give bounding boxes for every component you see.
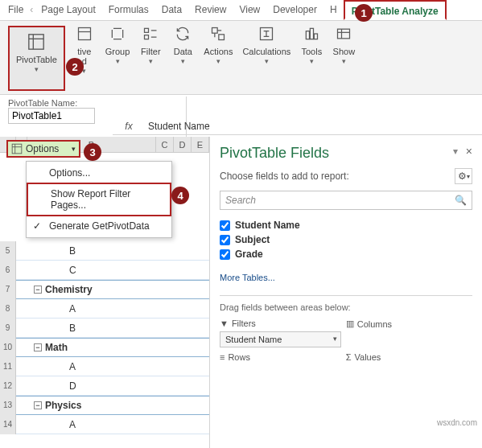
actions-icon bbox=[207, 23, 229, 45]
chevron-down-icon: ▾ bbox=[310, 57, 314, 65]
columns-area[interactable]: ▥Columns bbox=[346, 319, 468, 347]
data-group[interactable]: Data ▾ bbox=[167, 23, 199, 94]
table-row[interactable]: 11A bbox=[0, 357, 209, 376]
menu-item-show-report-filter-pages[interactable]: Show Report Filter Pages... bbox=[27, 183, 171, 216]
chevron-down-icon: ▾ bbox=[72, 145, 76, 153]
search-input[interactable]: Search 🔍 bbox=[220, 191, 472, 210]
collapse-icon[interactable]: − bbox=[34, 286, 42, 294]
actions-label: Actions bbox=[204, 47, 233, 56]
collapse-icon[interactable]: − bbox=[34, 401, 42, 409]
gear-icon[interactable]: ⚙▾ bbox=[455, 168, 472, 184]
data-label: Data bbox=[174, 47, 192, 56]
pivottable-fields-pane: PivotTable Fields ▾ × Choose fields to a… bbox=[209, 137, 482, 448]
fx-icon[interactable]: fx bbox=[113, 121, 145, 132]
group-row-chemistry[interactable]: 7−Chemistry bbox=[0, 280, 209, 299]
more-tables-link[interactable]: More Tables... bbox=[220, 269, 472, 289]
tab-data[interactable]: Data bbox=[155, 0, 188, 20]
watermark: wsxdn.com bbox=[437, 418, 477, 427]
chevron-down-icon: ▾ bbox=[149, 57, 153, 65]
group-row-math[interactable]: 10−Math bbox=[0, 338, 209, 357]
tab-view[interactable]: View bbox=[233, 0, 266, 20]
actions-group[interactable]: Actions ▾ bbox=[199, 23, 237, 94]
svg-rect-10 bbox=[307, 31, 310, 39]
tab-page-layout[interactable]: Page Layout bbox=[35, 0, 101, 20]
show-group[interactable]: Show ▾ bbox=[328, 23, 360, 94]
options-context-menu: Options... Show Report Filter Pages... ✓… bbox=[26, 161, 172, 238]
rows-area[interactable]: ≡Rows bbox=[220, 352, 341, 365]
menu-item-options[interactable]: Options... bbox=[27, 163, 171, 183]
field-checkbox-grade[interactable]: Grade bbox=[220, 249, 472, 260]
svg-rect-7 bbox=[212, 28, 218, 34]
tab-file[interactable]: File bbox=[2, 0, 30, 20]
svg-rect-16 bbox=[12, 144, 22, 154]
group-row-physics[interactable]: 13−Physics bbox=[0, 396, 209, 415]
filters-area[interactable]: ▼Filters Student Name▾ bbox=[220, 319, 341, 347]
rows-icon: ≡ bbox=[220, 352, 225, 362]
menu-item-label: Generate GetPivotData bbox=[49, 220, 150, 232]
table-row[interactable]: 14A bbox=[0, 415, 209, 434]
chevron-down-icon: ▾ bbox=[216, 57, 220, 65]
tab-help-truncated[interactable]: H bbox=[323, 0, 344, 20]
formula-bar-value[interactable]: Student Name bbox=[145, 121, 210, 132]
filter-icon bbox=[139, 23, 162, 45]
tab-review[interactable]: Review bbox=[188, 0, 233, 20]
chevron-down-icon[interactable]: ▾ bbox=[453, 146, 458, 157]
table-row[interactable]: 6C bbox=[0, 261, 209, 280]
field-checkbox-student-name[interactable]: Student Name bbox=[220, 220, 472, 231]
filter-icon: ▼ bbox=[220, 319, 229, 328]
svg-rect-13 bbox=[338, 29, 350, 39]
tab-formulas[interactable]: Formulas bbox=[102, 0, 155, 20]
columns-icon: ▥ bbox=[346, 319, 354, 329]
pane-title: PivotTable Fields bbox=[220, 145, 329, 162]
calculations-label: Calculations bbox=[242, 47, 290, 56]
pivottable-name-input[interactable] bbox=[8, 108, 95, 124]
tools-group[interactable]: Tools ▾ bbox=[295, 23, 328, 94]
chevron-down-icon: ▾ bbox=[116, 57, 120, 65]
calculations-icon bbox=[255, 23, 278, 45]
svg-rect-6 bbox=[145, 35, 149, 39]
chevron-down-icon: ▾ bbox=[265, 57, 269, 65]
step-badge-1: 1 bbox=[355, 4, 373, 22]
values-icon: Σ bbox=[346, 352, 352, 362]
filter-pill-student-name[interactable]: Student Name▾ bbox=[220, 331, 341, 347]
refresh-icon bbox=[171, 23, 194, 45]
choose-fields-label: Choose fields to add to report: bbox=[220, 171, 349, 182]
table-row[interactable]: 5B bbox=[0, 241, 209, 261]
options-icon bbox=[11, 143, 23, 154]
menu-item-generate-getpivotdata[interactable]: ✓ Generate GetPivotData bbox=[27, 216, 171, 236]
close-icon[interactable]: × bbox=[466, 145, 472, 158]
chevron-down-icon[interactable]: ▾ bbox=[333, 335, 337, 343]
table-row[interactable]: 8A bbox=[0, 299, 209, 319]
options-button-label: Options bbox=[26, 143, 59, 154]
calculations-group[interactable]: Calculations ▾ bbox=[237, 23, 295, 94]
col-header-e[interactable]: E bbox=[192, 137, 209, 152]
active-field-icon bbox=[73, 23, 96, 45]
collapse-icon[interactable]: − bbox=[34, 343, 42, 351]
tab-developer[interactable]: Developer bbox=[266, 0, 323, 20]
table-row[interactable]: 9B bbox=[0, 319, 209, 338]
check-icon: ✓ bbox=[33, 220, 41, 232]
show-icon bbox=[332, 23, 355, 45]
group-group[interactable]: Group ▾ bbox=[101, 23, 135, 94]
values-area[interactable]: ΣValues bbox=[346, 352, 468, 365]
show-label: Show bbox=[333, 47, 356, 56]
pivottable-label: PivotTable bbox=[16, 55, 57, 64]
pivottable-button[interactable]: PivotTable ▾ bbox=[8, 26, 65, 91]
field-checkbox-subject[interactable]: Subject bbox=[220, 234, 472, 245]
tools-icon bbox=[300, 23, 323, 45]
table-row[interactable]: 12D bbox=[0, 376, 209, 396]
step-badge-4: 4 bbox=[171, 187, 189, 204]
step-badge-2: 2 bbox=[66, 58, 84, 76]
chevron-down-icon: ▾ bbox=[342, 57, 346, 65]
svg-rect-5 bbox=[145, 28, 149, 32]
col-header-d[interactable]: D bbox=[174, 137, 192, 152]
col-header-c[interactable]: C bbox=[156, 137, 174, 152]
ribbon-tabs: File ‹ Page Layout Formulas Data Review … bbox=[0, 0, 482, 21]
pivottable-name-label: PivotTable Name: bbox=[8, 98, 183, 108]
chevron-down-icon: ▾ bbox=[35, 65, 39, 73]
pivottable-icon bbox=[25, 31, 47, 53]
menu-item-label: Options... bbox=[49, 167, 90, 179]
group-icon bbox=[106, 23, 129, 45]
filter-group[interactable]: Filter ▾ bbox=[134, 23, 167, 94]
options-dropdown-button[interactable]: Options ▾ bbox=[6, 140, 80, 158]
